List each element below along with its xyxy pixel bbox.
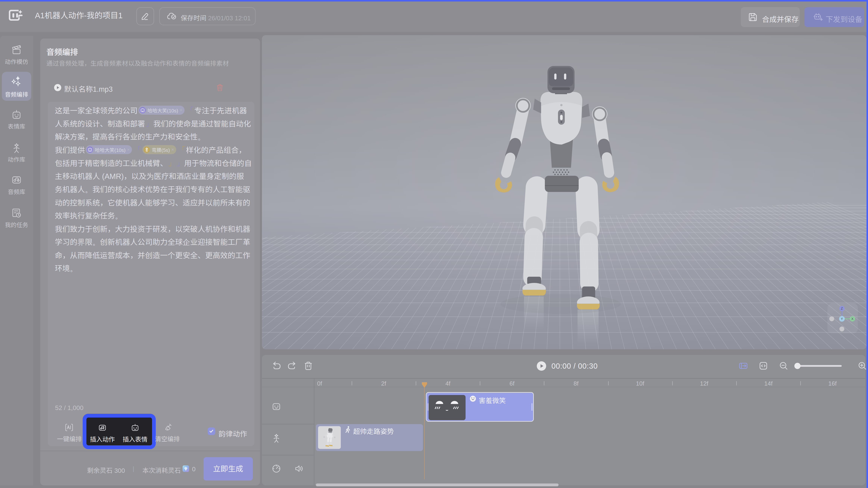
svg-text:X: X: [851, 317, 854, 321]
svg-text:Z: Z: [841, 307, 843, 310]
svg-text:Y: Y: [841, 317, 843, 321]
